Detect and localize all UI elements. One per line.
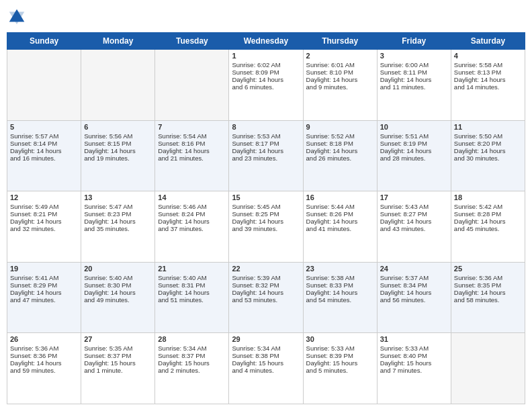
day-number: 5 [10, 123, 78, 131]
day-info: Sunrise: 5:33 AM [306, 345, 374, 352]
day-info: Sunrise: 5:58 AM [454, 61, 522, 68]
day-info: Daylight: 14 hours [232, 147, 300, 154]
day-info: and 45 minutes. [454, 225, 522, 232]
day-info: Daylight: 14 hours [84, 218, 152, 225]
day-info: Daylight: 14 hours [380, 147, 448, 154]
day-info: and 47 minutes. [10, 296, 78, 304]
day-info: Sunset: 8:31 PM [158, 281, 226, 289]
calendar-header-row: SundayMondayTuesdayWednesdayThursdayFrid… [7, 33, 525, 50]
day-info: Sunrise: 5:43 AM [380, 203, 448, 210]
page: SundayMondayTuesdayWednesdayThursdayFrid… [0, 0, 532, 411]
day-info: Daylight: 14 hours [380, 218, 448, 225]
day-info: and 9 minutes. [306, 83, 374, 91]
day-info: and 35 minutes. [84, 225, 152, 232]
day-info: Sunrise: 5:36 AM [10, 345, 78, 352]
day-info: and 1 minute. [84, 367, 152, 374]
day-info: and 26 minutes. [306, 154, 374, 162]
day-number: 1 [232, 52, 300, 60]
day-info: Sunset: 8:34 PM [380, 281, 448, 289]
day-info: and 58 minutes. [454, 296, 522, 304]
day-number: 28 [158, 335, 226, 343]
calendar-cell: 3Sunrise: 6:00 AMSunset: 8:11 PMDaylight… [377, 50, 451, 121]
day-number: 7 [158, 123, 226, 131]
day-number: 13 [84, 193, 152, 201]
day-info: Sunrise: 6:00 AM [380, 61, 448, 68]
day-info: and 53 minutes. [232, 296, 300, 304]
day-info: and 51 minutes. [158, 296, 226, 304]
day-info: Daylight: 14 hours [158, 289, 226, 296]
calendar-cell: 14Sunrise: 5:46 AMSunset: 8:24 PMDayligh… [155, 191, 229, 263]
day-info: Daylight: 14 hours [10, 218, 78, 225]
day-info: Sunrise: 5:52 AM [306, 132, 374, 140]
day-info: Sunrise: 5:35 AM [84, 345, 152, 352]
day-info: Daylight: 14 hours [158, 147, 226, 154]
logo [7, 7, 30, 27]
col-header-saturday: Saturday [451, 33, 525, 50]
day-info: Daylight: 14 hours [454, 218, 522, 225]
day-info: Sunrise: 5:42 AM [454, 203, 522, 210]
day-number: 4 [454, 52, 522, 60]
day-info: Daylight: 14 hours [380, 76, 448, 83]
day-number: 23 [306, 265, 374, 273]
day-info: Sunset: 8:26 PM [306, 210, 374, 218]
day-info: Sunset: 8:20 PM [454, 140, 522, 147]
calendar-cell: 10Sunrise: 5:51 AMSunset: 8:19 PMDayligh… [377, 120, 451, 191]
day-info: Daylight: 15 hours [158, 359, 226, 367]
day-number: 18 [454, 193, 522, 201]
day-info: Daylight: 14 hours [454, 76, 522, 83]
day-info: Sunset: 8:17 PM [232, 140, 300, 147]
day-number: 19 [10, 265, 78, 273]
day-info: and 14 minutes. [454, 83, 522, 91]
day-info: Sunrise: 5:46 AM [158, 203, 226, 210]
day-info: and 39 minutes. [232, 225, 300, 232]
calendar-cell: 13Sunrise: 5:47 AMSunset: 8:23 PMDayligh… [81, 191, 155, 263]
day-number: 9 [306, 123, 374, 131]
day-number: 22 [232, 265, 300, 273]
day-info: Sunset: 8:25 PM [232, 210, 300, 218]
day-info: Sunrise: 5:34 AM [158, 345, 226, 352]
week-row-3: 12Sunrise: 5:49 AMSunset: 8:21 PMDayligh… [7, 191, 525, 263]
col-header-sunday: Sunday [7, 33, 81, 50]
day-info: Sunrise: 5:45 AM [232, 203, 300, 210]
day-number: 25 [454, 265, 522, 273]
day-info: and 5 minutes. [306, 367, 374, 374]
day-number: 24 [380, 265, 448, 273]
day-info: Sunset: 8:35 PM [454, 281, 522, 289]
day-info: Sunset: 8:37 PM [158, 352, 226, 359]
calendar-cell: 31Sunrise: 5:33 AMSunset: 8:40 PMDayligh… [377, 333, 451, 404]
day-info: Sunrise: 5:53 AM [232, 132, 300, 140]
calendar-cell: 23Sunrise: 5:38 AMSunset: 8:33 PMDayligh… [303, 262, 377, 333]
day-info: Daylight: 14 hours [158, 218, 226, 225]
day-number: 20 [84, 265, 152, 273]
day-info: Sunrise: 5:49 AM [10, 203, 78, 210]
calendar-cell: 11Sunrise: 5:50 AMSunset: 8:20 PMDayligh… [451, 120, 525, 191]
day-info: Daylight: 14 hours [454, 289, 522, 296]
day-info: Daylight: 15 hours [380, 359, 448, 367]
day-number: 17 [380, 193, 448, 201]
day-info: Sunrise: 5:34 AM [232, 345, 300, 352]
day-info: and 32 minutes. [10, 225, 78, 232]
calendar-cell: 16Sunrise: 5:44 AMSunset: 8:26 PMDayligh… [303, 191, 377, 263]
day-number: 30 [306, 335, 374, 343]
day-info: Sunset: 8:10 PM [306, 68, 374, 76]
calendar-cell: 1Sunrise: 6:02 AMSunset: 8:09 PMDaylight… [229, 50, 303, 121]
day-number: 15 [232, 193, 300, 201]
day-info: and 2 minutes. [158, 367, 226, 374]
day-info: Sunset: 8:23 PM [84, 210, 152, 218]
day-info: and 56 minutes. [380, 296, 448, 304]
calendar-cell: 25Sunrise: 5:36 AMSunset: 8:35 PMDayligh… [451, 262, 525, 333]
day-info: and 41 minutes. [306, 225, 374, 232]
day-info: Daylight: 14 hours [232, 289, 300, 296]
day-number: 2 [306, 52, 374, 60]
day-info: Sunset: 8:24 PM [158, 210, 226, 218]
day-info: Sunset: 8:11 PM [380, 68, 448, 76]
day-info: Sunrise: 5:47 AM [84, 203, 152, 210]
week-row-2: 5Sunrise: 5:57 AMSunset: 8:14 PMDaylight… [7, 120, 525, 191]
day-number: 3 [380, 52, 448, 60]
day-info: Sunset: 8:16 PM [158, 140, 226, 147]
day-number: 31 [380, 335, 448, 343]
day-info: and 11 minutes. [380, 83, 448, 91]
week-row-1: 1Sunrise: 6:02 AMSunset: 8:09 PMDaylight… [7, 50, 525, 121]
calendar-cell [81, 50, 155, 121]
calendar-cell: 5Sunrise: 5:57 AMSunset: 8:14 PMDaylight… [7, 120, 81, 191]
